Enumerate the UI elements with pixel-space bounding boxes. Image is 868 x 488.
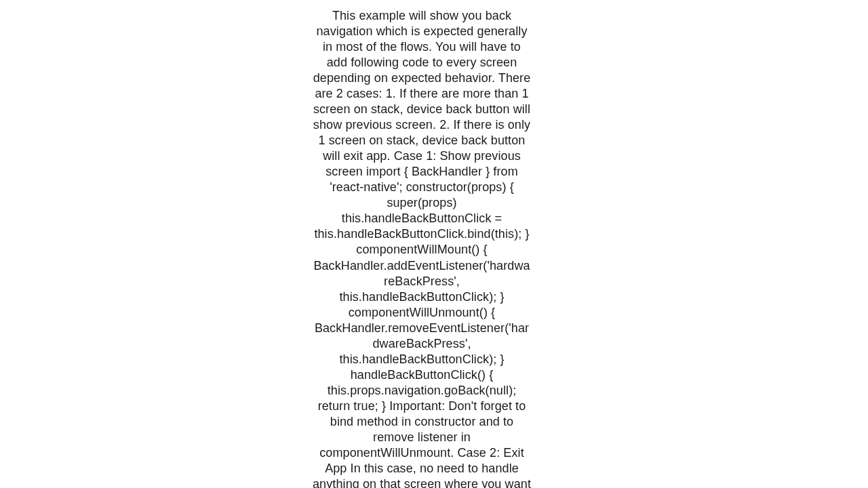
- document-body: This example will show you back navigati…: [312, 8, 532, 488]
